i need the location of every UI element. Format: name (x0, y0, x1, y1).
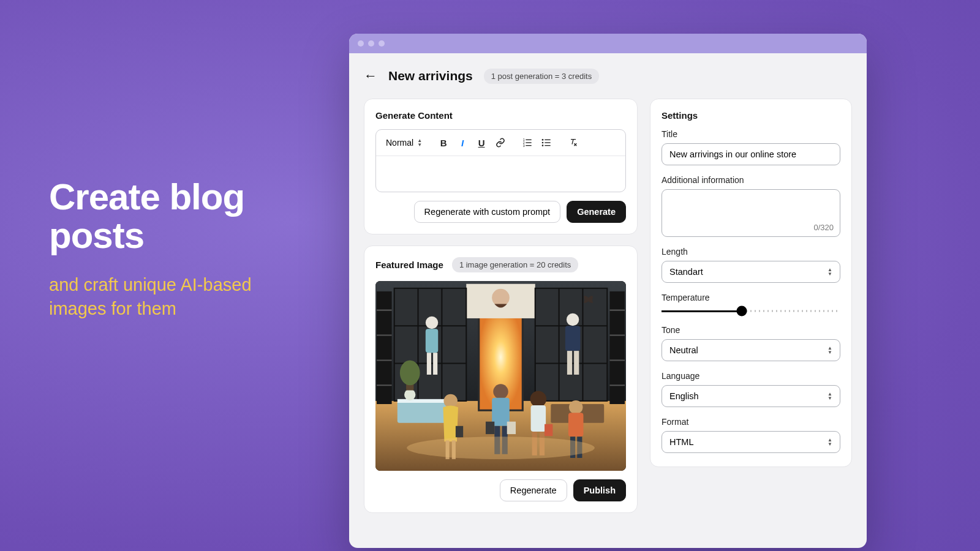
svg-point-10 (542, 144, 544, 146)
svg-point-8 (542, 142, 544, 144)
language-select[interactable]: English ▲▼ (662, 385, 840, 407)
svg-rect-58 (507, 422, 516, 434)
svg-rect-33 (609, 291, 625, 404)
svg-rect-5 (526, 145, 531, 146)
svg-rect-64 (545, 424, 552, 436)
temperature-label: Temperature (662, 293, 840, 302)
card-title: Settings (662, 110, 840, 121)
svg-rect-43 (565, 326, 581, 351)
rich-text-editor[interactable]: Normal ▲▼ B I U 123 (375, 129, 626, 192)
svg-point-60 (530, 391, 547, 408)
tone-label: Tone (662, 325, 840, 335)
slider-thumb-icon[interactable] (737, 306, 747, 317)
title-input[interactable] (662, 143, 840, 165)
back-arrow-icon[interactable]: ← (364, 68, 377, 84)
svg-rect-59 (486, 422, 494, 434)
clear-format-icon[interactable] (565, 135, 582, 151)
image-credit-badge: 1 image generation = 20 credits (452, 257, 578, 272)
italic-icon[interactable]: I (454, 135, 471, 151)
settings-card: Settings Title Additional information 0/… (650, 99, 852, 467)
svg-rect-47 (398, 399, 448, 403)
tone-select[interactable]: Neutral ▲▼ (662, 339, 840, 361)
svg-rect-39 (426, 329, 438, 353)
chevron-updown-icon: ▲▼ (417, 138, 422, 147)
svg-rect-45 (574, 351, 579, 375)
card-title: Generate Content (375, 110, 626, 121)
editor-toolbar: Normal ▲▼ B I U 123 (376, 130, 625, 156)
editor-textarea[interactable] (376, 156, 625, 192)
ordered-list-icon[interactable]: 123 (519, 135, 536, 151)
additional-info-textarea[interactable]: 0/320 (662, 189, 840, 237)
svg-rect-3 (526, 142, 531, 143)
svg-rect-1 (526, 140, 531, 140)
svg-rect-53 (456, 426, 463, 437)
format-select[interactable]: HTML ▲▼ (662, 431, 840, 453)
svg-point-48 (404, 389, 415, 400)
regenerate-prompt-button[interactable]: Regenerate with custom prompt (414, 201, 561, 223)
underline-icon[interactable]: U (473, 135, 490, 151)
temperature-slider[interactable] (662, 307, 840, 315)
marketing-copy: Create blog posts and craft unique AI-ba… (49, 178, 312, 321)
traffic-light-icon (358, 40, 364, 47)
chevron-updown-icon: ▲▼ (827, 392, 832, 400)
traffic-light-icon (368, 40, 374, 47)
chevron-updown-icon: ▲▼ (827, 438, 832, 446)
svg-rect-11 (545, 145, 550, 146)
svg-point-65 (569, 400, 582, 414)
svg-rect-9 (545, 142, 550, 143)
additional-info-label: Additional information (662, 175, 840, 185)
svg-point-42 (567, 313, 579, 326)
svg-rect-44 (567, 351, 572, 375)
featured-image-card: Featured Image 1 image generation = 20 c… (364, 246, 638, 513)
window-titlebar (349, 34, 867, 53)
language-label: Language (662, 371, 840, 381)
svg-point-17 (492, 289, 510, 307)
page-header: ← New arrivings 1 post generation = 3 cr… (364, 68, 852, 84)
format-label: Format (662, 417, 840, 427)
regenerate-image-button[interactable]: Regenerate (500, 479, 567, 501)
svg-rect-28 (377, 291, 392, 404)
unordered-list-icon[interactable] (538, 135, 555, 151)
chevron-updown-icon: ▲▼ (827, 268, 832, 276)
generate-button[interactable]: Generate (567, 201, 626, 223)
svg-point-70 (400, 360, 420, 385)
generate-content-card: Generate Content Normal ▲▼ B I U (364, 99, 638, 234)
svg-rect-61 (531, 405, 546, 432)
svg-rect-66 (568, 413, 584, 437)
svg-point-71 (407, 437, 595, 459)
featured-image (375, 281, 626, 471)
chevron-updown-icon: ▲▼ (827, 346, 832, 354)
paragraph-style-select[interactable]: Normal ▲▼ (382, 135, 426, 150)
traffic-light-icon (379, 40, 385, 47)
svg-point-54 (493, 384, 508, 399)
svg-text:3: 3 (523, 144, 525, 148)
length-label: Length (662, 247, 840, 257)
svg-rect-46 (398, 401, 448, 423)
marketing-subline: and craft unique AI-based images for the… (49, 273, 312, 321)
title-label: Title (662, 129, 840, 139)
svg-rect-40 (427, 353, 431, 375)
card-title: Featured Image (375, 260, 443, 270)
post-credit-badge: 1 post generation = 3 credits (484, 69, 599, 84)
page-title: New arrivings (388, 69, 473, 83)
bold-icon[interactable]: B (435, 135, 452, 151)
marketing-headline: Create blog posts (49, 178, 312, 255)
svg-point-6 (542, 139, 544, 141)
svg-rect-55 (492, 398, 510, 426)
svg-rect-7 (545, 140, 550, 140)
length-select[interactable]: Standart ▲▼ (662, 261, 840, 283)
publish-button[interactable]: Publish (573, 479, 626, 501)
svg-point-38 (426, 317, 438, 329)
char-count: 0/320 (813, 223, 834, 232)
svg-rect-41 (433, 353, 437, 375)
app-window: ← New arrivings 1 post generation = 3 cr… (349, 34, 867, 548)
link-icon[interactable] (492, 135, 509, 151)
